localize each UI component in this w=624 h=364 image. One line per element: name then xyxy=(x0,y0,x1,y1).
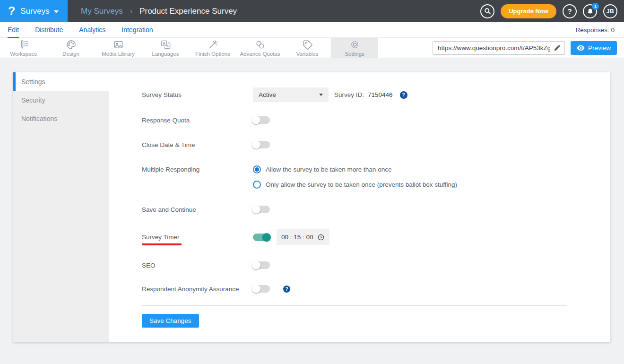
respondent-anonymity-label: Respondent Anonymity Assurance xyxy=(142,286,253,293)
sidebar-item-security[interactable]: Security xyxy=(13,91,109,109)
chain-links-icon xyxy=(255,39,266,50)
survey-id-help-icon[interactable]: ? xyxy=(400,91,407,99)
toolbar-tab-advance-quotas[interactable]: Advance Quotas xyxy=(236,38,284,58)
tab-edit[interactable]: Edit xyxy=(8,22,19,38)
clock-icon xyxy=(317,234,325,241)
topbar-actions: Upgrade Now ? 1 JB xyxy=(480,4,624,18)
survey-nav-tabs: Edit Distribute Analytics Integration Re… xyxy=(0,22,624,38)
annotation-red-underline xyxy=(142,243,182,245)
breadcrumb-separator-icon: › xyxy=(130,7,132,16)
toggle-knob xyxy=(252,116,260,124)
search-button[interactable] xyxy=(480,4,494,18)
product-switcher[interactable]: ? Surveys xyxy=(0,0,68,22)
tag-icon xyxy=(302,39,313,50)
close-date-label: Close Date & Time xyxy=(142,141,253,148)
toggle-knob xyxy=(252,261,260,269)
toolbar-tab-label: Finish Options xyxy=(195,51,230,57)
respondent-anonymity-toggle[interactable] xyxy=(253,285,270,293)
avatar: JB xyxy=(607,8,614,15)
save-and-continue-toggle[interactable] xyxy=(253,206,270,213)
respondent-anonymity-row: Respondent Anonymity Assurance ? xyxy=(142,285,610,293)
survey-timer-row: Survey Timer 00 : 15 : 00 xyxy=(142,229,610,245)
survey-id-label: Survey ID: xyxy=(334,91,364,98)
survey-timer-duration-field[interactable]: 00 : 15 : 00 xyxy=(277,229,329,245)
tab-distribute[interactable]: Distribute xyxy=(35,22,63,38)
question-mark-icon: ? xyxy=(567,7,572,15)
survey-status-row: Survey Status Active Survey ID: 7150446 … xyxy=(142,87,610,102)
settings-content: Survey Status Active Survey ID: 7150446 … xyxy=(109,72,610,342)
workspace-icon xyxy=(18,39,29,50)
toolbar-tab-label: Variables xyxy=(296,51,318,57)
tab-integration[interactable]: Integration xyxy=(121,22,153,38)
survey-status-dropdown[interactable]: Active xyxy=(253,87,329,102)
breadcrumb: My Surveys › Product Experience Survey xyxy=(81,7,237,16)
radio-only-once[interactable]: Only allow the survey to be taken once (… xyxy=(253,181,457,189)
survey-status-label: Survey Status xyxy=(142,91,253,98)
gear-icon xyxy=(349,39,360,50)
seo-label: SEO xyxy=(142,262,253,269)
sidebar-item-notifications[interactable]: Notifications xyxy=(13,109,109,128)
section-divider xyxy=(142,305,567,306)
toolbar-tab-workspace[interactable]: Workspace xyxy=(0,38,47,58)
save-changes-button[interactable]: Save Changes xyxy=(142,314,199,328)
account-menu-button[interactable]: JB xyxy=(603,4,617,18)
svg-text:A: A xyxy=(166,44,169,48)
settings-card: Settings Security Notifications Survey S… xyxy=(13,72,610,342)
radio-label: Allow the survey to be taken more than o… xyxy=(266,166,391,173)
toolbar-tab-design[interactable]: Design xyxy=(47,38,95,58)
notification-badge: 1 xyxy=(592,3,599,10)
questionpro-logo-icon: ? xyxy=(8,5,15,17)
survey-url-wrap xyxy=(433,41,565,55)
help-button[interactable]: ? xyxy=(563,4,577,18)
survey-timer-label: Survey Timer xyxy=(142,234,180,241)
survey-url-input[interactable] xyxy=(433,41,565,55)
preview-label: Preview xyxy=(588,44,611,52)
chevron-down-icon xyxy=(54,10,59,13)
chevron-down-icon xyxy=(319,94,323,96)
sidebar-item-settings[interactable]: Settings xyxy=(13,72,109,91)
breadcrumb-my-surveys[interactable]: My Surveys xyxy=(81,7,123,16)
edit-toolbar: Workspace Design Media Library A Languag… xyxy=(0,38,624,58)
toolbar-tab-languages[interactable]: A Languages xyxy=(142,38,189,58)
topbar: ? Surveys My Surveys › Product Experienc… xyxy=(0,0,624,22)
toggle-knob xyxy=(252,285,260,293)
upgrade-now-button[interactable]: Upgrade Now xyxy=(501,4,556,18)
save-and-continue-label: Save and Continue xyxy=(142,206,253,213)
toolbar-tab-label: Advance Quotas xyxy=(240,51,280,57)
edit-url-icon[interactable] xyxy=(554,44,561,52)
seo-toggle[interactable] xyxy=(253,261,270,269)
response-quota-toggle[interactable] xyxy=(253,116,270,124)
toggle-knob xyxy=(252,205,260,214)
toggle-knob xyxy=(262,233,271,242)
multiple-responding-label: Multiple Responding xyxy=(142,165,253,173)
toolbar-tab-finish-options[interactable]: Finish Options xyxy=(189,38,236,58)
survey-status-value: Active xyxy=(259,91,276,98)
toolbar-tab-label: Settings xyxy=(345,51,364,57)
multiple-responding-row: Multiple Responding Allow the survey to … xyxy=(142,165,610,189)
close-date-row: Close Date & Time xyxy=(142,141,610,148)
anonymity-help-icon[interactable]: ? xyxy=(283,286,290,293)
toggle-knob xyxy=(252,140,260,149)
response-quota-label: Response Quota xyxy=(142,117,253,124)
preview-button[interactable]: Preview xyxy=(571,41,617,55)
settings-sidebar: Settings Security Notifications xyxy=(13,72,109,342)
toolbar-tab-label: Design xyxy=(62,51,79,57)
toolbar-tab-variables[interactable]: Variables xyxy=(284,38,331,58)
radio-allow-multiple[interactable]: Allow the survey to be taken more than o… xyxy=(253,165,457,173)
toolbar-tab-label: Media Library xyxy=(102,51,135,57)
response-quota-row: Response Quota xyxy=(142,116,610,124)
close-date-toggle[interactable] xyxy=(253,141,270,148)
toolbar-tab-media-library[interactable]: Media Library xyxy=(95,38,142,58)
product-name: Surveys xyxy=(20,7,49,16)
search-icon xyxy=(484,8,491,15)
toolbar-tab-label: Languages xyxy=(152,51,179,57)
palette-icon xyxy=(66,39,77,50)
toolbar-tab-settings[interactable]: Settings xyxy=(331,38,378,58)
toolbar-tab-label: Workspace xyxy=(10,51,37,57)
radio-label: Only allow the survey to be taken once (… xyxy=(266,181,457,188)
survey-timer-toggle[interactable] xyxy=(253,234,270,241)
image-icon xyxy=(113,39,124,50)
notifications-button[interactable]: 1 xyxy=(583,4,597,18)
tab-analytics[interactable]: Analytics xyxy=(79,22,105,38)
responses-count: Responses: 0 xyxy=(575,26,624,34)
